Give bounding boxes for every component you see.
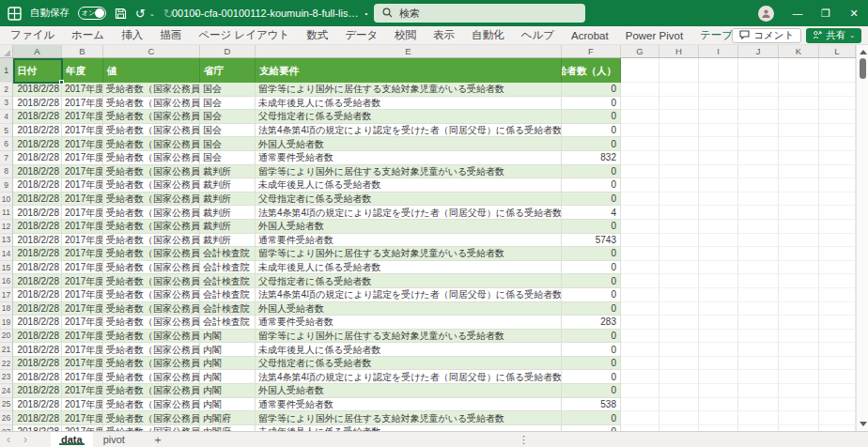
cell[interactable]: 受給者数（国家公務員分） bbox=[103, 411, 200, 425]
ribbon-tab-4[interactable]: 描画 bbox=[151, 28, 190, 42]
cell[interactable]: 2018/2/28 bbox=[13, 110, 62, 124]
account-avatar[interactable] bbox=[758, 6, 774, 22]
cell[interactable]: 0 bbox=[562, 274, 621, 288]
cell[interactable]: 0 bbox=[562, 343, 621, 357]
cell-empty[interactable] bbox=[779, 330, 819, 344]
cell[interactable]: 4 bbox=[562, 206, 621, 220]
cell-empty[interactable] bbox=[819, 261, 856, 275]
cell[interactable]: 0 bbox=[562, 370, 621, 384]
header-cell-value[interactable]: 値 bbox=[103, 58, 200, 83]
cell[interactable]: 外国人受給者数 bbox=[256, 220, 562, 234]
cell[interactable]: 283 bbox=[562, 316, 621, 330]
ribbon-tab-7[interactable]: データ bbox=[336, 28, 386, 42]
row-header-8[interactable]: 8 bbox=[0, 165, 12, 179]
cell[interactable]: 2017年度 bbox=[62, 83, 103, 97]
cell-empty[interactable] bbox=[621, 220, 659, 234]
cell[interactable]: 2017年度 bbox=[62, 220, 103, 234]
cell[interactable]: 国会 bbox=[200, 124, 256, 138]
cell-empty[interactable] bbox=[738, 234, 779, 248]
cell[interactable]: 2017年度 bbox=[62, 411, 103, 425]
cell-empty[interactable] bbox=[621, 370, 659, 384]
cell-empty[interactable] bbox=[819, 165, 856, 179]
row-header-20[interactable]: 20 bbox=[0, 330, 12, 344]
cell-empty[interactable] bbox=[779, 206, 819, 220]
cell-empty[interactable] bbox=[819, 357, 856, 371]
cell[interactable]: 内閣 bbox=[200, 357, 256, 371]
cell-empty[interactable] bbox=[699, 193, 738, 207]
cell[interactable]: 外国人受給者数 bbox=[256, 384, 562, 398]
cell-empty[interactable] bbox=[779, 288, 819, 302]
cell[interactable]: 0 bbox=[562, 193, 621, 207]
cell[interactable]: 0 bbox=[562, 178, 621, 193]
cell-empty[interactable] bbox=[819, 370, 856, 384]
cell-empty[interactable] bbox=[659, 83, 699, 97]
cell-empty[interactable] bbox=[738, 193, 779, 207]
cell-empty[interactable] bbox=[621, 137, 659, 151]
row-header-5[interactable]: 5 bbox=[0, 124, 12, 138]
cell-empty[interactable] bbox=[699, 316, 738, 330]
cell-empty[interactable] bbox=[819, 83, 856, 97]
row-header-7[interactable]: 7 bbox=[0, 151, 12, 165]
cell[interactable]: 留学等により国外に居住する支給対象児童がいる受給者数 bbox=[256, 411, 562, 425]
cell[interactable]: 受給者数（国家公務員分） bbox=[103, 398, 200, 412]
header-cell-ministry[interactable]: 省庁 bbox=[200, 58, 256, 83]
cell[interactable]: 2017年度 bbox=[62, 261, 103, 275]
cell[interactable]: 裁判所 bbox=[200, 234, 256, 248]
cell[interactable]: 5743 bbox=[562, 234, 621, 248]
cell[interactable]: 内閣 bbox=[200, 330, 256, 344]
excel-app-icon[interactable] bbox=[8, 7, 22, 21]
cell[interactable]: 父母指定者に係る受給者数 bbox=[256, 357, 562, 371]
row-header-22[interactable]: 22 bbox=[0, 357, 12, 371]
cell-empty[interactable] bbox=[819, 411, 856, 425]
cell-empty[interactable] bbox=[659, 261, 699, 275]
row-header-11[interactable]: 11 bbox=[0, 206, 12, 220]
cell-empty[interactable] bbox=[659, 137, 699, 151]
ribbon-tab-3[interactable]: 挿入 bbox=[113, 28, 151, 42]
cell[interactable]: 受給者数（国家公務員分） bbox=[103, 151, 200, 165]
row-header-18[interactable]: 18 bbox=[0, 302, 12, 316]
vertical-scrollbar-thumb[interactable] bbox=[860, 58, 866, 79]
cell[interactable]: 2017年度 bbox=[62, 357, 103, 371]
cell[interactable]: 裁判所 bbox=[200, 178, 256, 193]
cell[interactable]: 2017年度 bbox=[62, 274, 103, 288]
cell[interactable]: 法第4条第4項の規定により認定を受けた者（同居父母）に係る受給者数 bbox=[256, 288, 562, 302]
cell[interactable]: 2017年度 bbox=[62, 343, 103, 357]
cell[interactable]: 父母指定者に係る受給者数 bbox=[256, 193, 562, 207]
cell[interactable]: 0 bbox=[562, 357, 621, 371]
cell-empty[interactable] bbox=[738, 124, 779, 138]
cell-empty[interactable] bbox=[699, 302, 738, 316]
minimize-button[interactable]: — bbox=[783, 0, 812, 26]
cell-empty[interactable] bbox=[738, 357, 779, 371]
cell-empty[interactable] bbox=[621, 384, 659, 398]
cell[interactable]: 2018/2/28 bbox=[13, 261, 62, 275]
cell[interactable]: 0 bbox=[562, 288, 621, 302]
cell-empty[interactable] bbox=[738, 343, 779, 357]
cell-empty[interactable] bbox=[699, 137, 738, 151]
cell[interactable]: 内閣 bbox=[200, 398, 256, 412]
cell[interactable]: 2018/2/28 bbox=[13, 124, 62, 138]
column-header-L[interactable]: L bbox=[819, 45, 856, 57]
row-header-9[interactable]: 9 bbox=[0, 178, 12, 193]
add-sheet-button[interactable]: ＋ bbox=[152, 432, 163, 447]
cell[interactable]: 受給者数（国家公務員分） bbox=[103, 97, 200, 111]
restore-button[interactable]: ❐ bbox=[812, 0, 840, 26]
cell-empty[interactable] bbox=[659, 288, 699, 302]
cell[interactable]: 2017年度 bbox=[62, 97, 103, 111]
cell[interactable]: 0 bbox=[562, 384, 621, 398]
cell-empty[interactable] bbox=[819, 274, 856, 288]
cell[interactable]: 受給者数（国家公務員分） bbox=[103, 124, 200, 138]
cell-empty[interactable] bbox=[621, 330, 659, 344]
cell-empty[interactable] bbox=[779, 274, 819, 288]
cell-empty[interactable] bbox=[779, 247, 819, 261]
cell-empty[interactable] bbox=[621, 234, 659, 248]
cell[interactable]: 国会 bbox=[200, 151, 256, 165]
cell-empty[interactable] bbox=[738, 274, 779, 288]
cell[interactable]: 538 bbox=[562, 398, 621, 412]
cell-empty[interactable] bbox=[659, 302, 699, 316]
row-header-16[interactable]: 16 bbox=[0, 274, 12, 288]
cell[interactable]: 内閣府 bbox=[200, 411, 256, 425]
cell-empty[interactable] bbox=[659, 178, 699, 193]
undo-chevron-icon[interactable]: ⌄ bbox=[149, 10, 155, 17]
cell[interactable]: 受給者数（国家公務員分） bbox=[103, 370, 200, 384]
cell[interactable]: 留学等により国外に居住する支給対象児童がいる受給者数 bbox=[256, 165, 562, 179]
